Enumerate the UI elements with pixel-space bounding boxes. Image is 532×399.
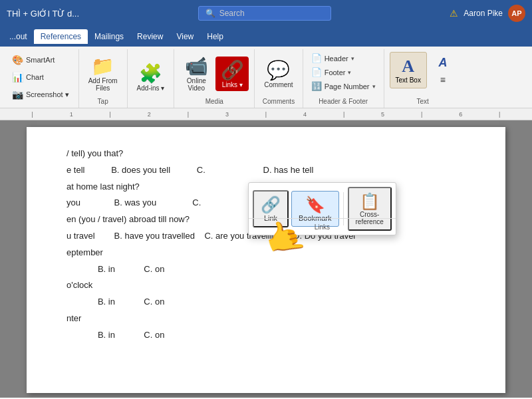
ribbon: 🎨 SmartArt 📊 Chart 📷 Screenshot ▾ 📁 Add … — [0, 47, 532, 108]
media-group: 📹 OnlineVideo 🔗 Links ▾ Media — [174, 49, 255, 108]
title-bar: THÌ + GIỚI TỪ d... 🔍 Search ⚠ Aaron Pike… — [0, 0, 532, 27]
chart-button[interactable]: 📊 Chart — [8, 69, 73, 85]
addins-group: 🧩 Add-ins ▾ — [128, 49, 175, 108]
text-group: A Text Box A ≡ Text — [384, 49, 462, 108]
menu-item-view[interactable]: View — [170, 29, 200, 44]
chart-label: Chart — [26, 73, 44, 81]
word-art-icon: A — [438, 56, 447, 70]
add-files-icon: 📁 — [91, 55, 114, 77]
text-box-label: Text Box — [396, 76, 421, 84]
comment-label: Comment — [264, 81, 293, 88]
comment-button[interactable]: 💬 Comment — [260, 57, 297, 91]
text-box-icon: A — [402, 57, 414, 76]
menu-item-review[interactable]: Review — [130, 29, 170, 44]
menu-item-mailings[interactable]: Mailings — [88, 29, 130, 44]
doc-line-9: o'clock — [66, 279, 466, 293]
screenshot-button[interactable]: 📷 Screenshot ▾ — [8, 86, 73, 102]
doc-line-2: e tell B. does you tell C. D. has he tel… — [66, 164, 466, 178]
insert-group: 🎨 SmartArt 📊 Chart 📷 Screenshot ▾ — [3, 49, 79, 108]
link-popup-icon: 🔗 — [261, 196, 281, 214]
comments-buttons: 💬 Comment — [260, 52, 297, 95]
doc-line-12: B. in C. on — [66, 329, 466, 342]
links-popup-label: Links — [249, 218, 396, 233]
header-label: Header — [325, 55, 348, 63]
menu-item-references[interactable]: References — [34, 29, 88, 44]
footer-icon: 📄 — [311, 67, 322, 77]
text-group-label: Text — [417, 95, 429, 105]
document-area: / tell) you that? e tell B. does you tel… — [0, 120, 532, 398]
comments-group-label: Comments — [263, 95, 295, 105]
addins-label: Add-ins ▾ — [137, 84, 165, 92]
cross-ref-popup-icon: 📋 — [360, 192, 380, 211]
bookmark-popup-icon: 🔖 — [305, 196, 325, 214]
page-number-label: Page Number — [325, 82, 370, 90]
word-art-button[interactable]: A — [430, 55, 456, 71]
document-page[interactable]: / tell) you that? e tell B. does you tel… — [27, 127, 505, 393]
page-number-icon: 🔢 — [311, 81, 322, 91]
footer-label: Footer — [325, 68, 346, 76]
menu-item-out[interactable]: ...out — [3, 29, 34, 44]
add-files-label: Add FromFiles — [88, 77, 118, 92]
insert-buttons: 🎨 SmartArt 📊 Chart 📷 Screenshot ▾ — [8, 52, 73, 102]
media-group-label: Media — [205, 95, 223, 105]
footer-caret: ▾ — [348, 69, 351, 76]
links-button[interactable]: 🔗 Links ▾ — [215, 57, 249, 91]
header-caret: ▾ — [351, 55, 354, 62]
text-buttons: A Text Box A ≡ — [390, 52, 456, 88]
doc-line-11: nter — [66, 312, 466, 326]
add-files-group: 📁 Add FromFiles Tap — [79, 49, 128, 108]
menu-item-help[interactable]: Help — [200, 29, 230, 44]
online-video-button[interactable]: 📹 OnlineVideo — [180, 53, 213, 94]
links-label: Links ▾ — [222, 81, 243, 88]
add-files-buttons: 📁 Add FromFiles — [84, 52, 122, 95]
smartart-label: SmartArt — [26, 56, 55, 64]
hf-buttons: 📄 Header ▾ 📄 Footer ▾ 🔢 Page Number ▾ — [309, 52, 378, 95]
addins-icon: 🧩 — [139, 63, 162, 84]
header-button[interactable]: 📄 Header ▾ — [309, 52, 378, 65]
search-box[interactable]: 🔍 Search — [198, 6, 331, 21]
user-name: Aaron Pike — [464, 9, 503, 18]
page-number-caret: ▾ — [372, 83, 376, 90]
search-icon: 🔍 — [205, 9, 215, 18]
add-from-files-button[interactable]: 📁 Add FromFiles — [84, 53, 122, 94]
smartart-button[interactable]: 🎨 SmartArt — [8, 52, 73, 68]
doc-line-10: B. in C. on — [66, 295, 466, 309]
hf-group-label: Header & Footer — [319, 95, 368, 105]
links-dropdown: 🔗 Link 🔖 Bookmark 📋 Cross-reference Link… — [248, 182, 396, 235]
search-placeholder: Search — [219, 9, 245, 18]
footer-button[interactable]: 📄 Footer ▾ — [309, 66, 378, 78]
drop-cap-button[interactable]: ≡ — [430, 73, 456, 86]
menu-bar: ...out References Mailings Review View H… — [0, 27, 532, 47]
title-text: THÌ + GIỚI TỪ d... — [7, 9, 79, 19]
comment-icon: 💬 — [267, 59, 290, 81]
comments-group: 💬 Comment Comments — [255, 49, 303, 108]
text-box-button[interactable]: A Text Box — [390, 52, 427, 88]
media-buttons: 📹 OnlineVideo 🔗 Links ▾ — [180, 52, 249, 95]
user-avatar[interactable]: AP — [508, 5, 525, 22]
ruler-marks: | 1 | 2 | 3 | 4 | 5 | 6 | — [13, 111, 519, 118]
smartart-icon: 🎨 — [12, 55, 23, 65]
warning-icon: ⚠ — [450, 8, 458, 19]
ruler: | 1 | 2 | 3 | 4 | 5 | 6 | — [0, 108, 532, 120]
links-icon: 🔗 — [221, 59, 244, 81]
page-number-button[interactable]: 🔢 Page Number ▾ — [309, 80, 378, 92]
add-files-group-label: Tap — [98, 95, 108, 105]
chart-icon: 📊 — [12, 72, 23, 82]
screenshot-icon: 📷 — [12, 89, 23, 100]
drop-cap-icon: ≡ — [440, 74, 446, 85]
screenshot-label: Screenshot ▾ — [26, 90, 69, 99]
header-footer-group: 📄 Header ▾ 📄 Footer ▾ 🔢 Page Number ▾ He… — [303, 49, 384, 108]
doc-line-7: eptember — [66, 246, 466, 260]
online-video-label: OnlineVideo — [187, 77, 206, 92]
doc-line-8: B. in C. on — [66, 263, 466, 277]
doc-line-1: / tell) you that? — [66, 147, 466, 161]
header-icon: 📄 — [311, 53, 322, 63]
addins-button[interactable]: 🧩 Add-ins ▾ — [133, 60, 169, 94]
addins-buttons: 🧩 Add-ins ▾ — [133, 52, 169, 102]
user-area: ⚠ Aaron Pike AP — [450, 5, 525, 22]
online-video-icon: 📹 — [185, 55, 208, 77]
